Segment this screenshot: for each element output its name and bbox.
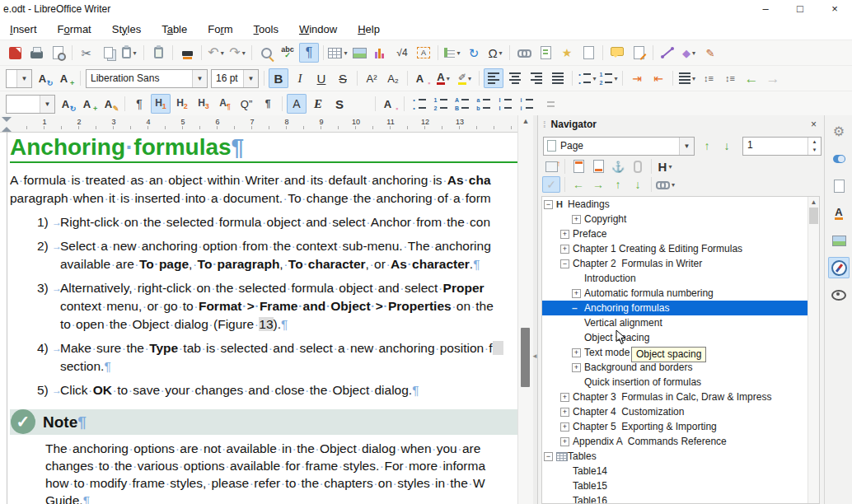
basic-shapes-button[interactable]: ◆▾ (679, 43, 699, 63)
tree-expander-icon[interactable]: − (560, 259, 573, 268)
track-changes-button[interactable] (629, 43, 648, 63)
insert-field-button[interactable]: ▾ (442, 43, 462, 63)
font-color-button[interactable]: A▾ (433, 68, 453, 88)
list-alphabet-lower-button[interactable]: ab (473, 94, 493, 114)
style-default-paragraph-button[interactable]: A¶ (215, 94, 235, 114)
insert-text-box-button[interactable]: A (414, 43, 433, 63)
dropdown-arrow-icon[interactable]: ▾ (692, 49, 695, 57)
page-number-spinner[interactable]: 1 ▲▼ (742, 137, 822, 156)
dropdown-arrow-icon[interactable]: ▾ (242, 49, 246, 57)
tab-properties-button[interactable] (828, 148, 850, 170)
close-button[interactable]: × (817, 0, 852, 18)
tree-item-object-spacing[interactable]: Object spacing (542, 330, 819, 345)
back-button[interactable]: ← (742, 68, 761, 88)
dropdown-arrow-icon[interactable]: ▾ (468, 75, 471, 82)
document-vertical-scrollbar[interactable]: ▲ (517, 115, 533, 504)
export-pdf-button[interactable] (5, 43, 25, 63)
tree-item-chapter-3-formulas-in-calc-draw-impress[interactable]: +Chapter 3 Formulas in Calc, Draw & Impr… (542, 390, 819, 404)
line-spacing-button[interactable]: ▾ (677, 68, 697, 88)
cut-button[interactable]: ✂ (77, 43, 96, 63)
list-box-toggle-button[interactable]: ✓ (542, 176, 560, 193)
find-and-replace-button[interactable] (256, 43, 276, 63)
align-justified-button[interactable] (548, 68, 568, 88)
edit-style-button[interactable]: A✎ (101, 94, 120, 114)
highlight-color-button[interactable]: ✐▾ (455, 68, 475, 88)
no-list-button[interactable] (537, 94, 557, 114)
show-draw-functions-button[interactable]: ✎ (700, 43, 720, 63)
tree-item-automatic-formula-numbering[interactable]: +Automatic formula numbering (542, 286, 819, 301)
style-source-text-button[interactable] (351, 94, 371, 114)
decrease-indent-button[interactable]: ⇤ (648, 68, 668, 88)
previous-item-button[interactable]: ↑ (699, 136, 715, 156)
dropdown-arrow-icon[interactable]: ▾ (614, 75, 617, 82)
style-heading-2-button[interactable]: H2 (172, 94, 192, 114)
insert-line-button[interactable] (658, 43, 677, 63)
spin-down-icon[interactable]: ▼ (808, 146, 821, 155)
menu-styles[interactable]: Styles (112, 23, 141, 35)
close-navigator-button[interactable]: × (808, 119, 820, 130)
undo-button[interactable]: ↶▾ (206, 43, 226, 63)
tree-item-tables[interactable]: −Tables (542, 449, 819, 464)
font-size-select[interactable]: 16 pt▼ (211, 69, 259, 88)
dropdown-arrow-icon[interactable]: ▾ (447, 75, 450, 82)
set-paragraph-style-select[interactable]: ▼ (6, 95, 55, 114)
list-alphabet-upper-button[interactable]: AB (452, 94, 471, 114)
dropdown-arrow-icon[interactable]: ▾ (499, 49, 503, 57)
update-style-button[interactable]: A↻ (35, 68, 54, 88)
document-text-area[interactable]: Anchoring·formulas¶A·formula·is·treated·… (10, 133, 517, 504)
spin-up-icon[interactable]: ▲ (808, 138, 821, 147)
special-character-button[interactable]: Ω▾ (485, 43, 505, 63)
clear-formatting-button[interactable]: A▪ (412, 68, 432, 88)
tree-expander-icon[interactable]: − (544, 200, 556, 209)
italic-button[interactable]: I (290, 68, 310, 88)
dropdown-arrow-icon[interactable]: ▾ (668, 163, 672, 170)
paste-button[interactable]: ▾ (119, 43, 139, 63)
spelling-button[interactable]: abc✓ (278, 43, 297, 63)
new-style-from-selection-button[interactable]: A+ (79, 94, 99, 114)
print-button[interactable] (26, 43, 46, 63)
subscript-button[interactable]: A₂ (383, 68, 403, 88)
tab-styles-button[interactable]: A (828, 203, 850, 224)
scrollbar-thumb[interactable] (521, 328, 530, 387)
dropdown-arrow-icon[interactable]: ▾ (133, 49, 136, 57)
tab-gallery-button[interactable] (828, 230, 850, 251)
menu-tools[interactable]: Tools (254, 23, 279, 35)
bold-button[interactable]: B (269, 68, 288, 88)
chevron-down-icon[interactable]: ▼ (243, 70, 258, 87)
tree-item-chapter-2-formulas-in-writer[interactable]: −Chapter 2 Formulas in Writer (542, 256, 819, 271)
demote-chapter-button[interactable]: ↓ (629, 176, 647, 193)
insert-comment-button[interactable] (607, 43, 627, 63)
tree-expander-icon[interactable]: − (544, 452, 556, 461)
style-heading-1-button[interactable]: H1 (151, 94, 171, 114)
underline-button[interactable]: U (311, 68, 331, 88)
dropdown-arrow-icon[interactable]: ▾ (456, 49, 460, 57)
scroll-up-arrow[interactable]: ▲ (518, 117, 533, 125)
font-name-select[interactable]: Liberation Sans▼ (86, 69, 208, 88)
tree-expander-icon[interactable]: + (560, 230, 573, 239)
style-direct-character-button[interactable]: A (287, 94, 307, 114)
maximize-button[interactable]: □ (783, 0, 817, 18)
style-emphasis-button[interactable]: E (308, 94, 328, 114)
tree-item-chapter-4-customization[interactable]: +Chapter 4 Customization (542, 404, 819, 419)
tree-item-headings[interactable]: −HHeadings (542, 197, 819, 212)
promote-chapter-button[interactable]: ↑ (609, 176, 627, 193)
tree-expander-icon[interactable]: + (572, 289, 584, 298)
style-body-text-button[interactable]: ¶ (129, 94, 149, 114)
footer-button[interactable] (589, 158, 607, 175)
style-quotations-button[interactable]: Q” (236, 94, 256, 114)
tree-item-copyright[interactable]: +Copyright (542, 212, 819, 226)
tab-page-button[interactable] (828, 175, 850, 197)
promote-level-button[interactable]: ← (569, 176, 588, 193)
insert-formula-object-button[interactable]: √4 (392, 43, 412, 63)
dropdown-arrow-icon[interactable]: ▾ (672, 181, 675, 189)
update-selected-style-button[interactable]: A↻ (58, 94, 77, 114)
list-number-button[interactable]: 12 (430, 94, 450, 114)
print-preview-button[interactable] (48, 43, 68, 63)
insert-image-button[interactable] (349, 43, 369, 63)
tree-item-vertical-alignment[interactable]: Vertical alignment (542, 315, 819, 330)
dropdown-arrow-icon[interactable]: ▾ (221, 49, 224, 57)
menu-form[interactable]: Form (208, 23, 232, 35)
style-no-paragraph-style-button[interactable]: ¶ (258, 94, 278, 114)
tree-item-anchoring-formulas[interactable]: –Anchoring formulas (542, 301, 819, 315)
tree-item-appendix-a-commands-reference[interactable]: +Appendix A Commands Reference (542, 434, 819, 449)
